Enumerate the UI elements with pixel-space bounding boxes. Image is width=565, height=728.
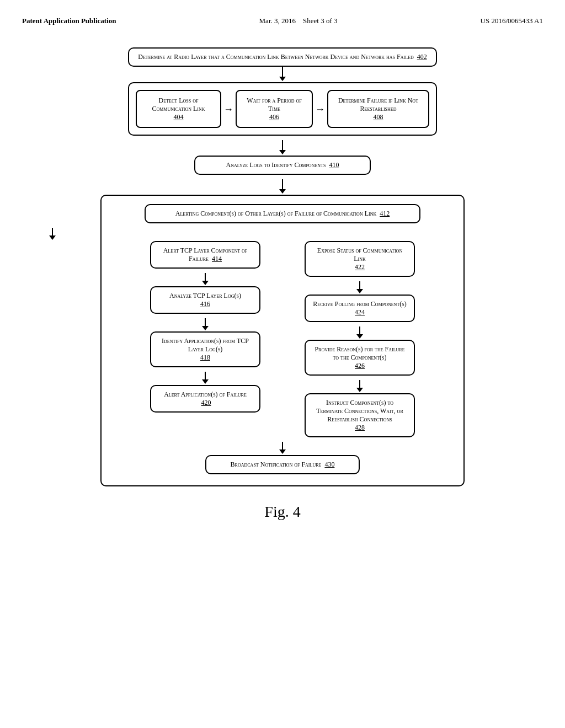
box-416: Analyze TCP Layer Log(s) 416: [150, 286, 260, 314]
header-sheet: Sheet 3 of 3: [303, 17, 337, 25]
box-410-text: Analyze Logs to Identify Components: [226, 161, 326, 169]
figure-label: Fig. 4: [264, 503, 300, 520]
box-414: Alert TCP Layer Component of Failure 414: [150, 241, 260, 269]
box-420-num: 420: [201, 399, 211, 406]
two-col: Alert TCP Layer Component of Failure 414…: [113, 241, 452, 437]
box-422: Expose Status of Communication Link 422: [305, 241, 415, 277]
box-402-text: Determine at Radio Layer that a Communic…: [138, 53, 413, 61]
box-410-num: 410: [329, 161, 339, 169]
box-412-num: 412: [380, 210, 390, 217]
box-402: Determine at Radio Layer that a Communic…: [128, 47, 437, 67]
col-right: Expose Status of Communication Link 422 …: [288, 241, 431, 437]
box-418-text: Identify Application(s) from TCP Layer L…: [162, 337, 249, 353]
arrow-412-to-414: [52, 228, 53, 237]
box-424-num: 424: [355, 308, 365, 316]
arrow-426-to-428: [359, 380, 360, 389]
box-416-text: Analyze TCP Layer Log(s): [169, 292, 241, 299]
box-408: Determine Failure if Link Not Reestablis…: [327, 90, 429, 128]
diagram: Determine at Radio Layer that a Communic…: [89, 47, 476, 486]
header-center: Mar. 3, 2016 Sheet 3 of 3: [259, 17, 338, 25]
box-412-text: Alerting Component(s) of Other Layer(s) …: [175, 210, 376, 217]
box-430: Broadcast Notification of Failure 430: [205, 455, 360, 474]
box-408-text: Determine Failure if Link Not Reestablis…: [338, 97, 418, 113]
box-404-text: Detect Loss of Communication Link: [152, 97, 205, 113]
header-patent: US 2016/0065433 A1: [481, 17, 543, 25]
box-426: Provide Reason(s) for the Failure to the…: [305, 340, 415, 376]
box-428-num: 428: [355, 424, 365, 431]
publication-label: Patent Application Publication: [22, 17, 116, 25]
arrow-to-430: [282, 442, 283, 451]
col-left: Alert TCP Layer Component of Failure 414…: [134, 241, 277, 437]
header-left: Patent Application Publication: [22, 17, 116, 25]
box-406-num: 406: [269, 113, 279, 121]
box-404: Detect Loss of Communication Link 404: [136, 90, 221, 128]
box-416-num: 416: [200, 300, 210, 308]
header-right: US 2016/0065433 A1: [481, 17, 543, 25]
box-414-text: Alert TCP Layer Component of Failure: [163, 247, 248, 263]
lower-container: Alerting Component(s) of Other Layer(s) …: [100, 195, 465, 486]
box-422-num: 422: [355, 263, 365, 271]
arrow-422-to-424: [359, 281, 360, 290]
box-408-num: 408: [374, 113, 383, 121]
arrow-414-to-416: [205, 273, 206, 282]
box-418: Identify Application(s) from TCP Layer L…: [150, 331, 260, 367]
box-424-text: Receive Polling from Component(s): [313, 300, 406, 308]
box-406: Wait for a Period of Time 406: [236, 90, 313, 128]
arrow-410-to-lower: [282, 179, 283, 190]
box-430-text: Broadcast Notification of Failure: [231, 461, 322, 468]
arrow-416-to-418: [205, 318, 206, 327]
box-428: Instruct Component(s) to Terminate Conne…: [305, 393, 415, 437]
group-outer-box: Detect Loss of Communication Link 404 Wa…: [128, 82, 437, 136]
box-404-num: 404: [174, 113, 184, 121]
box-420: Alert Application(s) of Failure 420: [150, 385, 260, 413]
figure-caption: Fig. 4: [22, 503, 543, 521]
box-426-text: Provide Reason(s) for the Failure to the…: [315, 345, 404, 361]
box-418-num: 418: [200, 354, 210, 361]
box-406-text: Wait for a Period of Time: [247, 97, 301, 113]
box-410: Analyze Logs to Identify Components 410: [194, 156, 371, 175]
arrow-404-to-406: [221, 90, 236, 128]
box-422-text: Expose Status of Communication Link: [317, 247, 402, 263]
box-424: Receive Polling from Component(s) 424: [305, 295, 415, 322]
inner-boxes-row: Detect Loss of Communication Link 404 Wa…: [136, 90, 429, 128]
arrow-424-to-426: [359, 326, 360, 335]
arrow-418-to-420: [205, 372, 206, 381]
box-420-text: Alert Application(s) of Failure: [164, 390, 247, 398]
page: Patent Application Publication Mar. 3, 2…: [0, 0, 565, 728]
arrow-406-to-408: [313, 90, 327, 128]
box-428-text: Instruct Component(s) to Terminate Conne…: [316, 399, 403, 423]
box-402-num: 402: [417, 53, 427, 61]
header: Patent Application Publication Mar. 3, 2…: [22, 17, 543, 25]
header-date: Mar. 3, 2016: [259, 17, 296, 25]
box-426-num: 426: [355, 362, 365, 370]
box-430-num: 430: [324, 461, 334, 468]
arrow-402-to-group: [282, 67, 283, 78]
arrow-group-to-410: [282, 140, 283, 151]
box-412: Alerting Component(s) of Other Layer(s) …: [145, 204, 420, 223]
box-414-num: 414: [212, 255, 222, 263]
